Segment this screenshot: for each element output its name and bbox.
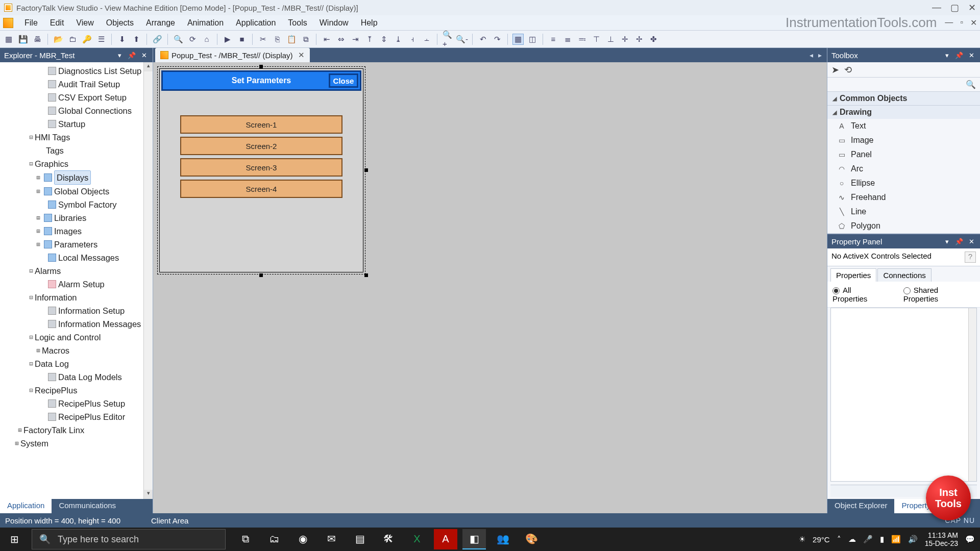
tree-node[interactable]: ⊞Global Objects (3, 185, 153, 198)
all-properties-radio[interactable]: All Properties (832, 286, 888, 303)
tb-al1-icon[interactable]: ≡ (548, 34, 559, 45)
onedrive-icon[interactable]: ☁ (848, 535, 856, 544)
tree-node[interactable]: Information Setup (3, 304, 153, 317)
tree-node[interactable]: ⊟HMI Tags (3, 131, 153, 144)
excel-icon[interactable]: X (405, 529, 429, 549)
tree-node[interactable]: Alarm Setup (3, 278, 153, 291)
tb-al6-icon[interactable]: ✛ (619, 34, 630, 45)
tb-al7-icon[interactable]: ✢ (633, 34, 645, 45)
tree-node[interactable]: ⊞Libraries (3, 211, 153, 224)
tb-download-icon[interactable]: ⬇ (116, 34, 128, 45)
app-icon-1[interactable]: ▤ (348, 529, 372, 549)
tray-chevron-icon[interactable]: ˄ (837, 535, 841, 544)
menu-window[interactable]: Window (313, 16, 355, 30)
shared-properties-radio[interactable]: Shared Properties (903, 286, 975, 303)
tree-node[interactable]: RecipePlus Editor (3, 410, 153, 423)
tree-node[interactable]: Diagnostics List Setup (3, 64, 153, 78)
tree-node[interactable]: ⊟Alarms (3, 264, 153, 278)
tree-node[interactable]: Data Log Models (3, 370, 153, 384)
toolbox-dropdown-icon[interactable]: ▾ (942, 52, 951, 59)
factorytalk-taskbar-icon[interactable]: ◧ (462, 529, 486, 549)
design-canvas[interactable]: Set Parameters Close Screen-1 Screen-2 S… (153, 62, 827, 513)
tb-find-icon[interactable]: 🔍 (173, 34, 184, 45)
wifi-icon[interactable]: 📶 (891, 535, 901, 544)
tb-key-icon[interactable]: 🔑 (81, 34, 92, 45)
explorer-tree[interactable]: Diagnostics List SetupAudit Trail SetupC… (0, 62, 153, 452)
tree-node[interactable]: ⊟Graphics (3, 157, 153, 170)
document-tab[interactable]: Popup_Test - /MBR_Test// (Display) ✕ (155, 48, 310, 62)
menu-edit[interactable]: Edit (44, 16, 70, 30)
toolbox-group-common[interactable]: ◢Common Objects (827, 92, 980, 105)
notifications-icon[interactable]: 💬 (965, 535, 975, 544)
tb-align-l-icon[interactable]: ⇤ (321, 34, 332, 45)
tb-stop-icon[interactable]: ■ (236, 34, 248, 45)
toolbox-pin-icon[interactable]: 📌 (954, 52, 964, 59)
tb-grid-icon[interactable]: ▦ (512, 34, 524, 45)
tb-snap-icon[interactable]: ◫ (527, 34, 538, 45)
tb-open-icon[interactable]: 📂 (53, 34, 64, 45)
menu-view[interactable]: View (70, 16, 100, 30)
tree-node[interactable]: CSV Export Setup (3, 91, 153, 104)
menu-objects[interactable]: Objects (100, 16, 140, 30)
toolbox-close-icon[interactable]: ✕ (967, 52, 976, 59)
screen-4-button[interactable]: Screen-4 (180, 180, 342, 198)
tree-node[interactable]: Global Connections (3, 104, 153, 117)
tb-link-icon[interactable]: 🔗 (152, 34, 163, 45)
toolbox-item[interactable]: ╲Line (827, 205, 980, 219)
popup-display-object[interactable]: Set Parameters Close Screen-1 Screen-2 S… (159, 68, 363, 272)
tb-upload-icon[interactable]: ⬆ (131, 34, 142, 45)
menu-tools[interactable]: Tools (282, 16, 313, 30)
toolbox-item[interactable]: ⬠Polygon (827, 219, 980, 233)
scroll-up-icon[interactable]: ▴ (144, 62, 153, 71)
screen-1-button[interactable]: Screen-1 (180, 115, 342, 134)
menu-help[interactable]: Help (355, 16, 384, 30)
paint-icon[interactable]: 🎨 (520, 529, 543, 549)
tb-align-c-icon[interactable]: ⇔ (335, 34, 347, 45)
menu-animation[interactable]: Animation (181, 16, 230, 30)
start-button[interactable]: ⊞ (0, 528, 29, 551)
explorer-close-icon[interactable]: ✕ (139, 52, 149, 59)
screen-2-button[interactable]: Screen-2 (180, 137, 342, 155)
property-scrollbar[interactable] (968, 308, 976, 481)
toolbox-item[interactable]: AText (827, 119, 980, 133)
inst-tools-badge[interactable]: Inst Tools (926, 475, 971, 520)
file-explorer-icon[interactable]: 🗂 (262, 529, 286, 549)
tb-al2-icon[interactable]: ≣ (562, 34, 573, 45)
toolbox-item[interactable]: ▭Image (827, 133, 980, 147)
tb-al3-icon[interactable]: ≕ (576, 34, 587, 45)
outlook-icon[interactable]: ✉ (320, 529, 343, 549)
tb-align-r-icon[interactable]: ⇥ (350, 34, 361, 45)
tb-align-m-icon[interactable]: ⇕ (378, 34, 389, 45)
tree-node[interactable]: Startup (3, 117, 153, 131)
tb-copy-icon[interactable]: ⎘ (272, 34, 283, 45)
tb-align-t-icon[interactable]: ⤒ (364, 34, 375, 45)
battery-icon[interactable]: ▮ (880, 535, 884, 544)
toolbox-item[interactable]: ∿Freehand (827, 190, 980, 205)
connections-tab[interactable]: Connections (877, 268, 931, 282)
tb-al5-icon[interactable]: ⊥ (605, 34, 616, 45)
tb-zoom-out-icon[interactable]: 🔍- (456, 34, 468, 45)
acrobat-icon[interactable]: A (434, 529, 457, 549)
tree-node[interactable]: ⊟Logic and Control (3, 331, 153, 344)
tree-node[interactable]: ⊞Parameters (3, 238, 153, 251)
tb-refresh-icon[interactable]: ⟳ (187, 34, 198, 45)
mdi-restore-icon[interactable]: ▫ (960, 18, 963, 28)
tb-tag-icon[interactable]: ⌂ (201, 34, 212, 45)
tree-node[interactable]: Audit Trail Setup (3, 78, 153, 91)
doc-nav-left-icon[interactable]: ◂ (810, 51, 813, 59)
property-close-icon[interactable]: ✕ (967, 238, 976, 245)
property-dropdown-icon[interactable]: ▾ (942, 238, 951, 245)
tb-cut-icon[interactable]: ✂ (257, 34, 268, 45)
tree-node[interactable]: ⊟Information (3, 291, 153, 304)
tb-play-icon[interactable]: ▶ (222, 34, 233, 45)
explorer-tab-communications[interactable]: Communications (52, 499, 123, 513)
explorer-tab-application[interactable]: Application (0, 499, 52, 513)
menu-application[interactable]: Application (230, 16, 282, 30)
scroll-down-icon[interactable]: ▾ (144, 490, 153, 499)
tb-save-icon[interactable]: 💾 (17, 34, 29, 45)
tree-node[interactable]: Information Messages (3, 317, 153, 331)
doc-nav-right-icon[interactable]: ▸ (818, 51, 822, 59)
teams-icon[interactable]: 👥 (491, 529, 514, 549)
mdi-close-icon[interactable]: ✕ (970, 18, 977, 28)
popup-close-button[interactable]: Close (329, 73, 358, 88)
